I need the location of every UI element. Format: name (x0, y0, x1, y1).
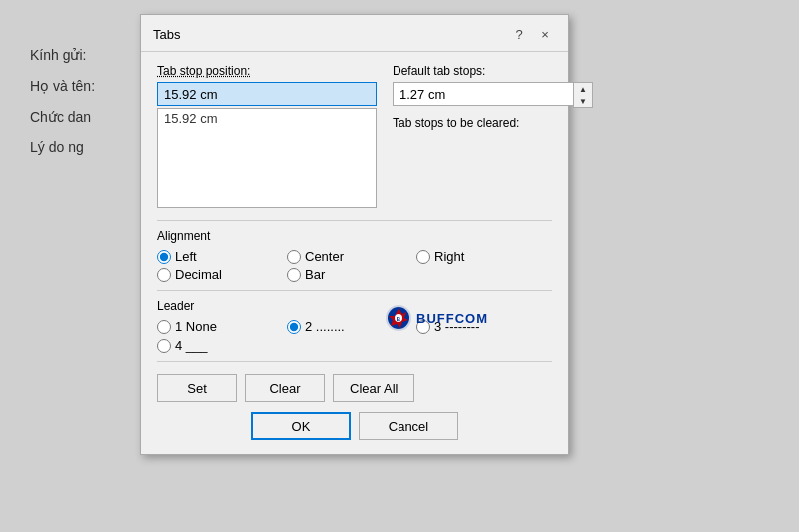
buffcom-text: BUFFCOM (416, 311, 488, 326)
tab-stop-input[interactable] (157, 82, 377, 106)
leader-2-radio[interactable] (287, 320, 301, 334)
leader-2-label: 2 ........ (305, 319, 345, 334)
alignment-left[interactable]: Left (157, 249, 287, 264)
spinbox-wrapper: ▲ ▼ (393, 82, 552, 108)
help-button[interactable]: ? (508, 23, 530, 45)
alignment-right-radio[interactable] (416, 250, 430, 264)
ok-button[interactable]: OK (251, 412, 351, 440)
spinbox-buttons: ▲ ▼ (573, 82, 593, 108)
tab-stop-label: Tab stop position: (157, 64, 377, 78)
spin-down-button[interactable]: ▼ (574, 95, 592, 107)
leader-title: Leader (157, 299, 552, 313)
default-tab-label: Default tab stops: (393, 64, 552, 78)
leader-row-2: 4 ___ (157, 338, 552, 353)
alignment-right-label: Right (434, 249, 464, 264)
divider-3 (157, 361, 552, 362)
divider-1 (157, 220, 552, 221)
buffcom-icon: B (385, 304, 412, 332)
spin-up-button[interactable]: ▲ (574, 83, 592, 95)
leader-row-1: 1 None 2 ........ 3 -------- (157, 319, 552, 334)
alignment-decimal-label: Decimal (175, 267, 222, 282)
leader-4-radio[interactable] (157, 339, 171, 353)
alignment-row-2: Decimal Bar (157, 267, 552, 282)
tabs-dialog: Tabs ? × Tab stop position: 15.92 cm Def… (140, 14, 569, 455)
leader-none[interactable]: 1 None (157, 319, 287, 334)
default-tab-input[interactable] (393, 82, 573, 106)
alignment-bar-radio[interactable] (287, 268, 301, 282)
alignment-bar[interactable]: Bar (287, 267, 416, 282)
buffcom-logo: B BUFFCOM (385, 304, 488, 332)
title-bar-left: Tabs (153, 27, 180, 42)
alignment-decimal-radio[interactable] (157, 268, 171, 282)
leader-1-radio[interactable] (157, 320, 171, 334)
leader-1-label: 1 None (175, 319, 217, 334)
alignment-left-label: Left (175, 249, 197, 264)
leader-underline[interactable]: 4 ___ (157, 338, 287, 353)
alignment-row-1: Left Center Right (157, 249, 552, 264)
set-button[interactable]: Set (157, 374, 237, 402)
alignment-center-radio[interactable] (287, 250, 301, 264)
dialog-content: Tab stop position: 15.92 cm Default tab … (141, 52, 568, 454)
dialog-title: Tabs (153, 27, 180, 42)
alignment-section: Alignment Left Center Right Deci (157, 229, 552, 282)
divider-2 (157, 290, 552, 291)
top-section: Tab stop position: 15.92 cm Default tab … (157, 64, 552, 208)
alignment-right[interactable]: Right (416, 249, 546, 264)
default-tab-col: Default tab stops: ▲ ▼ Tab stops to be c… (393, 64, 552, 208)
alignment-bar-label: Bar (305, 267, 325, 282)
leader-section: Leader 1 None 2 ........ 3 -------- (157, 299, 552, 353)
list-item[interactable]: 15.92 cm (158, 109, 376, 128)
title-bar: Tabs ? × (141, 15, 568, 52)
tab-stop-col: Tab stop position: 15.92 cm (157, 64, 377, 208)
alignment-decimal[interactable]: Decimal (157, 267, 287, 282)
alignment-title: Alignment (157, 229, 552, 243)
leader-4-label: 4 ___ (175, 338, 208, 353)
svg-text:B: B (397, 316, 401, 322)
alignment-center[interactable]: Center (287, 249, 416, 264)
title-bar-right: ? × (508, 23, 556, 45)
cancel-button[interactable]: Cancel (359, 412, 458, 440)
clear-all-button[interactable]: Clear All (333, 374, 414, 402)
close-button[interactable]: × (534, 23, 556, 45)
tab-stop-listbox[interactable]: 15.92 cm (157, 108, 377, 208)
action-buttons-row: Set Clear Clear All (157, 374, 552, 402)
alignment-left-radio[interactable] (157, 250, 171, 264)
tab-stops-cleared-label: Tab stops to be cleared: (393, 116, 552, 130)
ok-cancel-row: OK Cancel (157, 412, 552, 440)
clear-button[interactable]: Clear (245, 374, 325, 402)
alignment-center-label: Center (305, 249, 344, 264)
